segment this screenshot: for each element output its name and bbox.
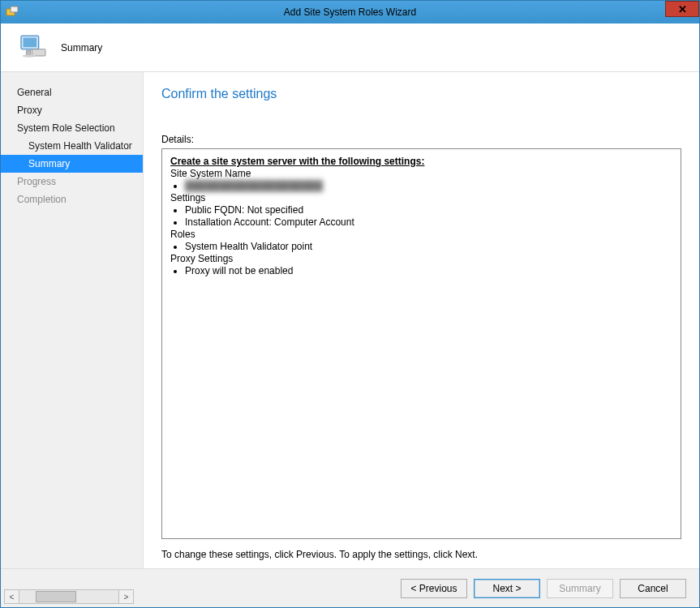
horizontal-scrollbar[interactable]: < >	[4, 589, 134, 604]
window-title: Add Site System Roles Wizard	[284, 6, 416, 18]
wizard-body: General Proxy System Role Selection Syst…	[1, 72, 699, 568]
titlebar: Add Site System Roles Wizard ✕	[1, 1, 699, 24]
proxy-item: Proxy will not be enabled	[185, 265, 672, 277]
group-site-system-name: Site System Name	[170, 168, 672, 180]
nav-completion: Completion	[1, 191, 143, 208]
main-panel: Confirm the settings Details: Create a s…	[144, 72, 699, 568]
scroll-track[interactable]	[19, 590, 118, 603]
previous-button[interactable]: < Previous	[401, 579, 467, 598]
svg-rect-4	[32, 49, 45, 55]
svg-rect-1	[11, 6, 18, 12]
wizard-header: Summary	[1, 24, 699, 72]
group-settings: Settings	[170, 192, 672, 204]
svg-rect-5	[27, 50, 31, 54]
nav-system-role-selection[interactable]: System Role Selection	[1, 119, 143, 137]
setting-fqdn: Public FQDN: Not specified	[185, 204, 672, 216]
group-roles: Roles	[170, 229, 672, 241]
setting-install-account: Installation Account: Computer Account	[185, 216, 672, 229]
nav-sidebar: General Proxy System Role Selection Syst…	[1, 72, 144, 568]
footer: < > < Previous Next > Summary Cancel	[1, 568, 699, 607]
main-heading: Confirm the settings	[161, 87, 681, 101]
close-button[interactable]: ✕	[665, 1, 699, 17]
wizard-window: Add Site System Roles Wizard ✕ Summary G…	[0, 0, 700, 608]
hint-text: To change these settings, click Previous…	[161, 549, 681, 560]
summary-button: Summary	[547, 579, 613, 598]
scroll-left-icon[interactable]: <	[5, 590, 19, 603]
computer-icon	[17, 32, 49, 64]
app-icon	[6, 6, 19, 19]
details-section-title: Create a site system server with the fol…	[170, 156, 672, 168]
next-button[interactable]: Next >	[474, 579, 540, 598]
nav-general[interactable]: General	[1, 83, 143, 101]
nav-progress: Progress	[1, 173, 143, 191]
close-icon: ✕	[678, 3, 687, 15]
cancel-button[interactable]: Cancel	[620, 579, 686, 598]
role-item: System Health Validator point	[185, 241, 672, 253]
scroll-thumb[interactable]	[36, 591, 76, 602]
svg-point-6	[23, 54, 37, 57]
svg-rect-3	[24, 37, 37, 47]
site-system-name-value: ████████████████████	[185, 180, 672, 192]
nav-proxy[interactable]: Proxy	[1, 101, 143, 119]
page-title: Summary	[61, 42, 102, 54]
scroll-right-icon[interactable]: >	[118, 590, 133, 603]
details-box[interactable]: Create a site system server with the fol…	[161, 148, 681, 539]
group-proxy: Proxy Settings	[170, 253, 672, 265]
nav-system-health-validator[interactable]: System Health Validator	[1, 137, 143, 155]
details-label: Details:	[161, 134, 681, 145]
nav-summary[interactable]: Summary	[1, 155, 143, 173]
